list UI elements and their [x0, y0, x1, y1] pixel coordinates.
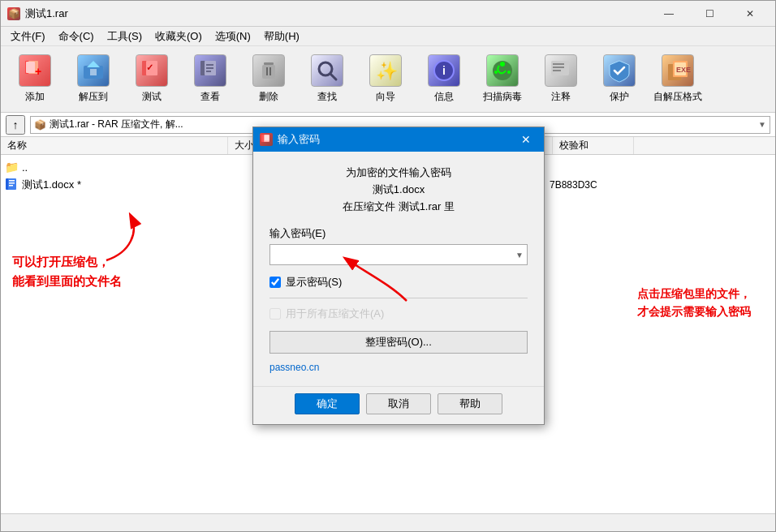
passneo-link: passneo.cn	[269, 362, 528, 373]
minimize-button[interactable]: —	[650, 2, 688, 25]
view-label: 查看	[200, 90, 220, 104]
folder-up-icon: 📁	[4, 160, 19, 174]
toolbar-test-button[interactable]: ✓ 测试	[124, 49, 179, 109]
dialog-info-line1: 为加密的文件输入密码	[269, 165, 528, 182]
docx-icon	[4, 178, 19, 192]
dialog-title-icon	[260, 133, 273, 146]
close-button[interactable]: ✕	[731, 2, 769, 25]
svg-rect-16	[262, 65, 275, 79]
toolbar-protect-button[interactable]: 保护	[592, 49, 647, 109]
toolbar-wizard-button[interactable]: ✨ 向导	[358, 49, 413, 109]
organize-passwords-button[interactable]: 整理密码(O)...	[269, 331, 528, 354]
menu-command[interactable]: 命令(C)	[52, 28, 101, 45]
svg-rect-15	[264, 62, 274, 65]
info-label: 信息	[434, 90, 454, 104]
svg-rect-12	[206, 64, 213, 66]
window-controls: — ☐ ✕	[650, 2, 769, 25]
password-dialog: 输入密码 ✕ 为加密的文件输入密码 测试1.docx 在压缩文件 测试1.rar…	[252, 127, 545, 425]
dialog-password-label: 输入密码(E)	[269, 226, 528, 241]
svg-text:✨: ✨	[376, 60, 399, 82]
dialog-title-text: 输入密码	[278, 132, 510, 147]
sfx-label: 自解压格式	[653, 90, 702, 104]
svg-point-26	[494, 71, 498, 74]
toolbar-delete-button[interactable]: 删除	[241, 49, 296, 109]
find-icon	[311, 54, 343, 87]
dialog-password-input-container: ▼	[269, 244, 528, 265]
svg-text:i: i	[442, 64, 446, 77]
toolbar-scan-button[interactable]: 扫描病毒	[475, 49, 530, 109]
col-header-checksum[interactable]: 校验和	[553, 137, 634, 154]
svg-marker-5	[87, 61, 100, 67]
for-all-files-checkbox[interactable]	[269, 308, 281, 320]
title-bar: 📦 测试1.rar — ☐ ✕	[1, 1, 775, 27]
delete-label: 删除	[259, 90, 278, 104]
extract-label: 解压到	[79, 90, 108, 104]
sfx-icon: EXE	[662, 54, 694, 87]
for-all-files-label: 用于所有压缩文件(A)	[286, 307, 384, 321]
svg-rect-44	[265, 135, 269, 141]
svg-rect-13	[206, 67, 213, 69]
dialog-body: 为加密的文件输入密码 测试1.docx 在压缩文件 测试1.rar 里 输入密码…	[253, 152, 544, 386]
show-password-checkbox[interactable]	[269, 277, 281, 288]
dialog-password-input[interactable]	[274, 249, 515, 261]
delete-icon	[252, 54, 285, 87]
status-bar	[1, 513, 775, 531]
toolbar-view-button[interactable]: 查看	[183, 49, 238, 109]
view-icon	[194, 54, 226, 87]
extract-icon	[77, 54, 110, 87]
dialog-footer: 确定 取消 帮助	[253, 386, 544, 424]
svg-rect-2	[26, 62, 35, 73]
maximize-button[interactable]: ☐	[691, 2, 728, 25]
svg-text:✓: ✓	[146, 62, 153, 72]
password-dropdown-arrow[interactable]: ▼	[515, 251, 524, 260]
dialog-info: 为加密的文件输入密码 测试1.docx 在压缩文件 测试1.rar 里	[269, 165, 528, 215]
test-icon: ✓	[136, 54, 168, 87]
svg-rect-6	[90, 69, 97, 75]
item-name: 测试1.docx *	[22, 178, 225, 192]
dialog-cancel-button[interactable]: 取消	[366, 393, 431, 414]
toolbar-add-button[interactable]: + 添加	[7, 49, 63, 109]
window-title: 测试1.rar	[25, 6, 650, 21]
svg-rect-17	[266, 67, 268, 75]
toolbar-sfx-button[interactable]: EXE 自解压格式	[650, 49, 705, 109]
menu-tools[interactable]: 工具(S)	[101, 28, 149, 45]
main-window: 📦 测试1.rar — ☐ ✕ 文件(F) 命令(C) 工具(S) 收藏夹(O)…	[0, 0, 776, 532]
dialog-title-bar: 输入密码 ✕	[253, 127, 544, 152]
svg-text:EXE: EXE	[676, 66, 691, 74]
menu-options[interactable]: 选项(N)	[209, 28, 257, 45]
svg-rect-14	[206, 71, 211, 72]
scan-icon	[486, 54, 519, 87]
dialog-ok-button[interactable]: 确定	[295, 393, 360, 414]
svg-rect-30	[553, 66, 564, 68]
menu-help[interactable]: 帮助(H)	[257, 28, 306, 45]
col-header-name[interactable]: 名称	[1, 137, 228, 154]
rar-icon-small: 📦	[34, 119, 46, 131]
svg-rect-18	[269, 67, 271, 75]
protect-label: 保护	[610, 90, 629, 104]
address-dropdown[interactable]: ▼	[758, 120, 766, 129]
svg-rect-31	[553, 70, 561, 71]
add-label: 添加	[25, 90, 45, 104]
test-label: 测试	[142, 90, 162, 104]
toolbar-comment-button[interactable]: 注释	[533, 49, 588, 109]
app-icon: 📦	[7, 7, 20, 20]
menu-file[interactable]: 文件(F)	[4, 28, 52, 45]
svg-rect-39	[9, 182, 15, 184]
toolbar: + 添加 解压到 ✓	[1, 46, 775, 113]
up-button[interactable]: ↑	[6, 115, 25, 135]
toolbar-extract-button[interactable]: 解压到	[66, 49, 121, 109]
info-icon: i	[428, 54, 460, 87]
protect-icon	[603, 54, 636, 87]
show-password-row: 显示密码(S)	[269, 275, 528, 290]
toolbar-find-button[interactable]: 查找	[300, 49, 355, 109]
dialog-help-button[interactable]: 帮助	[438, 393, 502, 414]
item-checksum: 7B883D3C	[550, 179, 631, 191]
dialog-separator	[269, 298, 528, 298]
toolbar-info-button[interactable]: i 信息	[416, 49, 472, 109]
menu-favorites[interactable]: 收藏夹(O)	[149, 28, 209, 45]
svg-point-27	[507, 71, 511, 74]
dialog-close-button[interactable]: ✕	[515, 131, 537, 148]
wizard-label: 向导	[376, 90, 395, 104]
show-password-label: 显示密码(S)	[286, 275, 342, 290]
dialog-info-line3: 在压缩文件 测试1.rar 里	[269, 199, 528, 216]
